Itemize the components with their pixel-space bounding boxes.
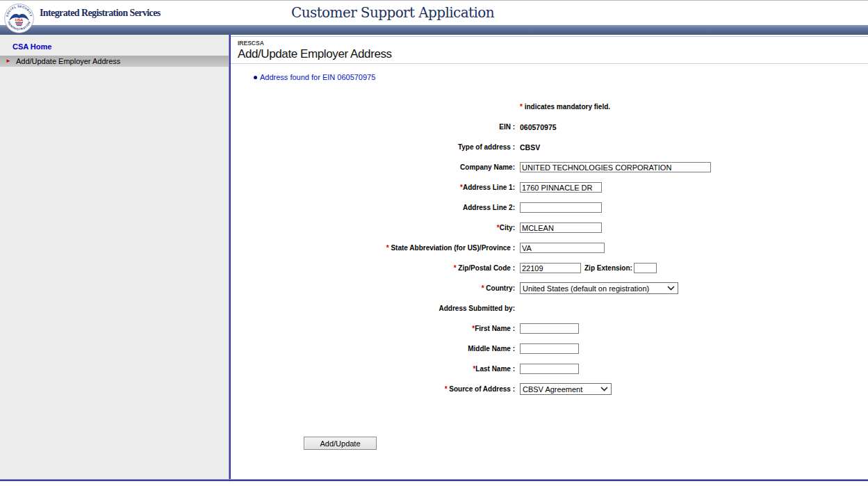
field-country: * Country: United States (default on reg…: [231, 278, 868, 298]
field-type-of-address: Type of address : CBSV: [231, 137, 868, 157]
field-source-of-address: * Source of Address : CBSV Agreement: [231, 379, 868, 399]
field-zip-postal-code: * Zip/Postal Code : Zip Extension:: [231, 258, 868, 278]
address-found-link[interactable]: Address found for EIN 060570975: [260, 73, 375, 81]
svg-text:USA: USA: [15, 18, 24, 22]
field-company-name: Company Name:: [231, 157, 868, 177]
source-of-address-select[interactable]: CBSV Agreement: [520, 383, 612, 395]
employer-address-form: * indicates mandatory field. EIN : 06057…: [231, 97, 868, 399]
chevron-down-icon: [667, 286, 675, 291]
app-title: Customer Support Application: [291, 4, 494, 21]
ein-value: 060570975: [520, 123, 557, 131]
add-update-button[interactable]: Add/Update: [304, 437, 377, 450]
selected-arrow-icon: ►: [6, 58, 11, 64]
content-area: IRESCSA Add/Update Employer Address Addr…: [231, 35, 868, 479]
field-address-line-1: *Address Line 1:: [231, 177, 868, 197]
field-address-line-2: Address Line 2:: [231, 197, 868, 218]
country-select[interactable]: United States (default on registration): [520, 282, 678, 294]
address-line-2-input[interactable]: [520, 202, 602, 213]
sidebar-item-csa-home[interactable]: CSA Home: [13, 42, 229, 51]
first-name-input[interactable]: [520, 323, 579, 334]
field-first-name: *First Name :: [231, 318, 868, 339]
brand-name: Integrated Registration Services: [40, 8, 161, 19]
message-item: Address found for EIN 060570975: [260, 73, 868, 81]
state-province-input[interactable]: [520, 243, 605, 253]
company-name-input[interactable]: [520, 162, 711, 172]
field-middle-name: Middle Name :: [231, 339, 868, 359]
ssa-seal-logo: SOCIAL SECURITY ADMINISTRATION USA: [4, 3, 34, 33]
sidebar-item-label: Add/Update Employer Address: [16, 57, 120, 65]
type-of-address-value: CBSV: [520, 143, 540, 152]
app-header: SOCIAL SECURITY ADMINISTRATION USA Integ…: [0, 0, 868, 25]
footer-line: [0, 479, 868, 481]
sidebar-item-add-update-employer-address[interactable]: ► Add/Update Employer Address: [0, 56, 229, 67]
address-line-1-input[interactable]: [520, 182, 602, 193]
field-city: *City:: [231, 218, 868, 238]
city-input[interactable]: [520, 222, 602, 233]
chevron-down-icon: [600, 387, 608, 391]
mandatory-note: * indicates mandatory field.: [231, 97, 868, 117]
message-list: Address found for EIN 060570975: [260, 73, 868, 81]
last-name-input[interactable]: [520, 364, 579, 374]
zip-postal-code-input[interactable]: [520, 263, 581, 273]
field-address-submitted-by: Address Submitted by:: [231, 298, 868, 318]
zip-extension-input[interactable]: [634, 263, 657, 273]
field-state-province: * State Abbreviation (for US)/Province :: [231, 238, 868, 258]
content-header: IRESCSA Add/Update Employer Address: [231, 36, 868, 64]
field-last-name: *Last Name :: [231, 359, 868, 379]
header-bar: [0, 25, 868, 35]
middle-name-input[interactable]: [520, 343, 579, 354]
app-code: IRESCSA: [238, 40, 868, 47]
field-ein: EIN : 060570975: [231, 117, 868, 137]
sidebar: CSA Home ► Add/Update Employer Address: [0, 35, 229, 479]
zip-extension-label: Zip Extension:: [584, 264, 632, 272]
page-title: Add/Update Employer Address: [238, 47, 868, 61]
